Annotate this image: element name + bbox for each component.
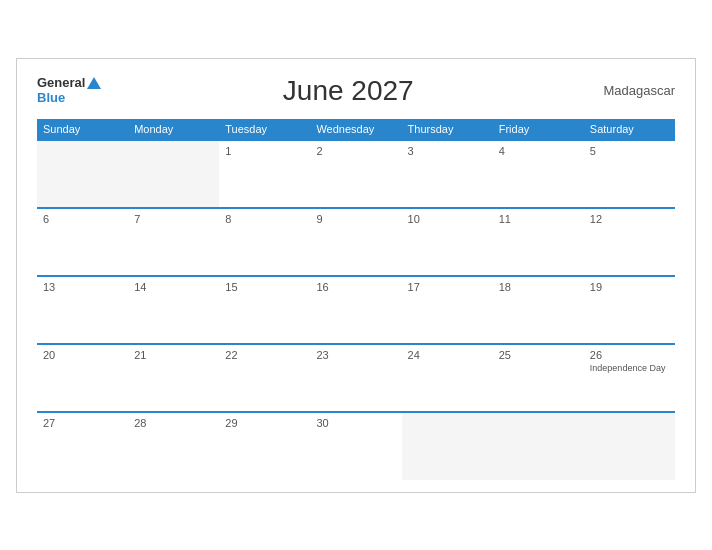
day-number: 9 — [316, 213, 322, 225]
day-number: 11 — [499, 213, 511, 225]
day-number: 12 — [590, 213, 602, 225]
calendar-cell: 9 — [310, 208, 401, 276]
calendar-cell: 5 — [584, 140, 675, 208]
weekday-header-tuesday: Tuesday — [219, 119, 310, 140]
calendar-cell: 4 — [493, 140, 584, 208]
day-number: 16 — [316, 281, 328, 293]
calendar-cell — [402, 412, 493, 480]
day-number: 23 — [316, 349, 328, 361]
day-number: 25 — [499, 349, 511, 361]
logo-blue-text: Blue — [37, 91, 65, 105]
calendar-container: General Blue June 2027 Madagascar Sunday… — [16, 58, 696, 493]
day-number: 27 — [43, 417, 55, 429]
calendar-cell: 3 — [402, 140, 493, 208]
calendar-header: General Blue June 2027 Madagascar — [37, 75, 675, 107]
logo-general-text: General — [37, 76, 85, 90]
calendar-cell: 1 — [219, 140, 310, 208]
calendar-cell: 26Independence Day — [584, 344, 675, 412]
calendar-cell — [493, 412, 584, 480]
calendar-cell: 24 — [402, 344, 493, 412]
weekday-header-thursday: Thursday — [402, 119, 493, 140]
calendar-cell: 17 — [402, 276, 493, 344]
weekday-header-row: SundayMondayTuesdayWednesdayThursdayFrid… — [37, 119, 675, 140]
calendar-cell: 28 — [128, 412, 219, 480]
day-number: 5 — [590, 145, 596, 157]
calendar-cell: 13 — [37, 276, 128, 344]
calendar-cell: 18 — [493, 276, 584, 344]
day-number: 2 — [316, 145, 322, 157]
calendar-cell: 23 — [310, 344, 401, 412]
calendar-cell: 14 — [128, 276, 219, 344]
day-number: 4 — [499, 145, 505, 157]
calendar-country: Madagascar — [595, 83, 675, 98]
calendar-cell: 19 — [584, 276, 675, 344]
calendar-week-1: 12345 — [37, 140, 675, 208]
weekday-header-friday: Friday — [493, 119, 584, 140]
day-number: 20 — [43, 349, 55, 361]
calendar-cell — [128, 140, 219, 208]
day-number: 29 — [225, 417, 237, 429]
weekday-header-sunday: Sunday — [37, 119, 128, 140]
calendar-cell: 8 — [219, 208, 310, 276]
calendar-grid: SundayMondayTuesdayWednesdayThursdayFrid… — [37, 119, 675, 480]
calendar-cell — [37, 140, 128, 208]
calendar-cell: 27 — [37, 412, 128, 480]
day-number: 22 — [225, 349, 237, 361]
day-number: 21 — [134, 349, 146, 361]
calendar-week-4: 20212223242526Independence Day — [37, 344, 675, 412]
calendar-cell: 21 — [128, 344, 219, 412]
calendar-week-5: 27282930 — [37, 412, 675, 480]
day-number: 14 — [134, 281, 146, 293]
logo: General Blue — [37, 76, 101, 105]
day-number: 28 — [134, 417, 146, 429]
calendar-title: June 2027 — [101, 75, 595, 107]
calendar-cell: 29 — [219, 412, 310, 480]
calendar-cell: 10 — [402, 208, 493, 276]
day-number: 8 — [225, 213, 231, 225]
day-number: 26 — [590, 349, 602, 361]
day-number: 24 — [408, 349, 420, 361]
calendar-cell: 7 — [128, 208, 219, 276]
calendar-cell: 22 — [219, 344, 310, 412]
calendar-cell: 30 — [310, 412, 401, 480]
weekday-header-saturday: Saturday — [584, 119, 675, 140]
day-number: 18 — [499, 281, 511, 293]
day-number: 1 — [225, 145, 231, 157]
calendar-cell: 2 — [310, 140, 401, 208]
calendar-cell: 15 — [219, 276, 310, 344]
calendar-cell: 20 — [37, 344, 128, 412]
calendar-cell: 12 — [584, 208, 675, 276]
calendar-cell: 25 — [493, 344, 584, 412]
calendar-week-2: 6789101112 — [37, 208, 675, 276]
calendar-cell: 11 — [493, 208, 584, 276]
day-number: 7 — [134, 213, 140, 225]
day-number: 17 — [408, 281, 420, 293]
day-number: 10 — [408, 213, 420, 225]
day-number: 15 — [225, 281, 237, 293]
day-number: 3 — [408, 145, 414, 157]
calendar-cell: 16 — [310, 276, 401, 344]
day-event: Independence Day — [590, 363, 669, 373]
weekday-header-wednesday: Wednesday — [310, 119, 401, 140]
calendar-cell — [584, 412, 675, 480]
logo-triangle-icon — [87, 77, 101, 89]
day-number: 13 — [43, 281, 55, 293]
day-number: 6 — [43, 213, 49, 225]
weekday-header-monday: Monday — [128, 119, 219, 140]
calendar-week-3: 13141516171819 — [37, 276, 675, 344]
day-number: 19 — [590, 281, 602, 293]
calendar-cell: 6 — [37, 208, 128, 276]
day-number: 30 — [316, 417, 328, 429]
